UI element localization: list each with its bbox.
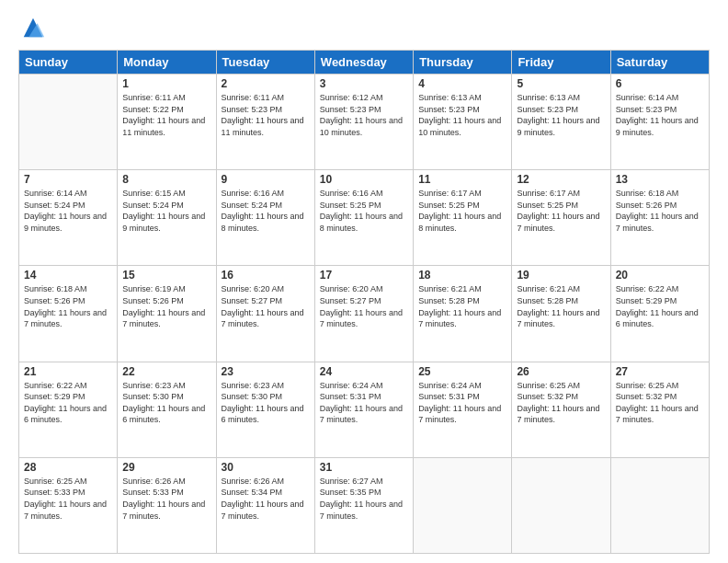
calendar-cell: 29 Sunrise: 6:26 AM Sunset: 5:33 PM Dayl…	[118, 457, 216, 553]
day-info: Sunrise: 6:16 AM Sunset: 5:25 PM Dayligh…	[320, 188, 408, 234]
day-info: Sunrise: 6:19 AM Sunset: 5:26 PM Dayligh…	[122, 283, 210, 329]
calendar-cell: 24 Sunrise: 6:24 AM Sunset: 5:31 PM Dayl…	[314, 362, 413, 457]
day-number: 3	[320, 77, 408, 90]
day-info: Sunrise: 6:24 AM Sunset: 5:31 PM Dayligh…	[320, 380, 408, 426]
day-info: Sunrise: 6:13 AM Sunset: 5:23 PM Dayligh…	[418, 92, 506, 138]
day-number: 24	[320, 365, 408, 378]
week-row-4: 28 Sunrise: 6:25 AM Sunset: 5:33 PM Dayl…	[19, 457, 710, 553]
calendar-cell: 17 Sunrise: 6:20 AM Sunset: 5:27 PM Dayl…	[314, 266, 413, 362]
day-info: Sunrise: 6:14 AM Sunset: 5:23 PM Dayligh…	[616, 92, 704, 138]
day-number: 17	[320, 269, 408, 282]
day-info: Sunrise: 6:25 AM Sunset: 5:32 PM Dayligh…	[616, 380, 704, 426]
calendar-cell	[414, 457, 512, 553]
calendar-cell: 19 Sunrise: 6:21 AM Sunset: 5:28 PM Dayl…	[512, 266, 610, 362]
day-number: 12	[517, 173, 605, 186]
calendar-cell: 10 Sunrise: 6:16 AM Sunset: 5:25 PM Dayl…	[314, 170, 413, 266]
logo-icon	[20, 15, 46, 40]
day-info: Sunrise: 6:23 AM Sunset: 5:30 PM Dayligh…	[222, 380, 310, 426]
day-header-monday: Monday	[118, 51, 216, 75]
day-info: Sunrise: 6:17 AM Sunset: 5:25 PM Dayligh…	[418, 188, 506, 234]
day-info: Sunrise: 6:22 AM Sunset: 5:29 PM Dayligh…	[24, 380, 112, 426]
calendar-cell: 21 Sunrise: 6:22 AM Sunset: 5:29 PM Dayl…	[19, 362, 118, 457]
calendar-cell: 23 Sunrise: 6:23 AM Sunset: 5:30 PM Dayl…	[216, 362, 314, 457]
day-number: 10	[320, 173, 408, 186]
calendar-cell: 27 Sunrise: 6:25 AM Sunset: 5:32 PM Dayl…	[610, 362, 709, 457]
calendar-cell: 6 Sunrise: 6:14 AM Sunset: 5:23 PM Dayli…	[610, 75, 709, 170]
day-number: 23	[222, 365, 310, 378]
calendar-cell: 2 Sunrise: 6:11 AM Sunset: 5:23 PM Dayli…	[216, 75, 314, 170]
day-number: 4	[418, 77, 506, 90]
page: SundayMondayTuesdayWednesdayThursdayFrid…	[0, 0, 728, 563]
day-number: 27	[616, 365, 704, 378]
day-info: Sunrise: 6:25 AM Sunset: 5:33 PM Dayligh…	[24, 476, 112, 522]
day-info: Sunrise: 6:18 AM Sunset: 5:26 PM Dayligh…	[616, 188, 704, 234]
day-info: Sunrise: 6:20 AM Sunset: 5:27 PM Dayligh…	[320, 283, 408, 329]
day-header-thursday: Thursday	[414, 51, 512, 75]
day-info: Sunrise: 6:21 AM Sunset: 5:28 PM Dayligh…	[418, 283, 506, 329]
day-number: 30	[222, 461, 310, 474]
day-number: 5	[517, 77, 605, 90]
week-row-1: 7 Sunrise: 6:14 AM Sunset: 5:24 PM Dayli…	[19, 170, 710, 266]
calendar-cell: 12 Sunrise: 6:17 AM Sunset: 5:25 PM Dayl…	[512, 170, 610, 266]
calendar-cell: 7 Sunrise: 6:14 AM Sunset: 5:24 PM Dayli…	[19, 170, 118, 266]
calendar-cell: 1 Sunrise: 6:11 AM Sunset: 5:22 PM Dayli…	[118, 75, 216, 170]
day-info: Sunrise: 6:26 AM Sunset: 5:33 PM Dayligh…	[122, 476, 210, 522]
day-info: Sunrise: 6:14 AM Sunset: 5:24 PM Dayligh…	[24, 188, 112, 234]
calendar-cell: 14 Sunrise: 6:18 AM Sunset: 5:26 PM Dayl…	[19, 266, 118, 362]
week-row-0: 1 Sunrise: 6:11 AM Sunset: 5:22 PM Dayli…	[19, 75, 710, 170]
day-number: 9	[222, 173, 310, 186]
day-header-wednesday: Wednesday	[314, 51, 413, 75]
day-number: 28	[24, 461, 112, 474]
day-info: Sunrise: 6:27 AM Sunset: 5:35 PM Dayligh…	[320, 476, 408, 522]
calendar-cell: 4 Sunrise: 6:13 AM Sunset: 5:23 PM Dayli…	[414, 75, 512, 170]
day-info: Sunrise: 6:16 AM Sunset: 5:24 PM Dayligh…	[222, 188, 310, 234]
calendar-body: 1 Sunrise: 6:11 AM Sunset: 5:22 PM Dayli…	[19, 75, 710, 554]
logo	[18, 15, 46, 40]
calendar-cell: 13 Sunrise: 6:18 AM Sunset: 5:26 PM Dayl…	[610, 170, 709, 266]
day-info: Sunrise: 6:21 AM Sunset: 5:28 PM Dayligh…	[517, 283, 605, 329]
day-number: 22	[122, 365, 210, 378]
day-info: Sunrise: 6:13 AM Sunset: 5:23 PM Dayligh…	[517, 92, 605, 138]
day-number: 26	[517, 365, 605, 378]
day-info: Sunrise: 6:11 AM Sunset: 5:23 PM Dayligh…	[222, 92, 310, 138]
day-header-friday: Friday	[512, 51, 610, 75]
calendar-header: SundayMondayTuesdayWednesdayThursdayFrid…	[19, 51, 710, 75]
day-number: 11	[418, 173, 506, 186]
day-number: 6	[616, 77, 704, 90]
day-number: 16	[222, 269, 310, 282]
calendar-cell	[19, 75, 118, 170]
calendar-table: SundayMondayTuesdayWednesdayThursdayFrid…	[18, 50, 710, 554]
day-info: Sunrise: 6:25 AM Sunset: 5:32 PM Dayligh…	[517, 380, 605, 426]
day-header-sunday: Sunday	[19, 51, 118, 75]
day-header-tuesday: Tuesday	[216, 51, 314, 75]
day-header-saturday: Saturday	[610, 51, 709, 75]
day-number: 14	[24, 269, 112, 282]
day-number: 19	[517, 269, 605, 282]
calendar-cell: 5 Sunrise: 6:13 AM Sunset: 5:23 PM Dayli…	[512, 75, 610, 170]
day-number: 7	[24, 173, 112, 186]
calendar-cell	[512, 457, 610, 553]
day-number: 20	[616, 269, 704, 282]
week-row-3: 21 Sunrise: 6:22 AM Sunset: 5:29 PM Dayl…	[19, 362, 710, 457]
calendar-cell: 15 Sunrise: 6:19 AM Sunset: 5:26 PM Dayl…	[118, 266, 216, 362]
calendar-cell: 26 Sunrise: 6:25 AM Sunset: 5:32 PM Dayl…	[512, 362, 610, 457]
calendar-cell: 22 Sunrise: 6:23 AM Sunset: 5:30 PM Dayl…	[118, 362, 216, 457]
calendar-cell: 20 Sunrise: 6:22 AM Sunset: 5:29 PM Dayl…	[610, 266, 709, 362]
day-number: 2	[222, 77, 310, 90]
calendar-cell	[610, 457, 709, 553]
calendar-cell: 31 Sunrise: 6:27 AM Sunset: 5:35 PM Dayl…	[314, 457, 413, 553]
day-number: 29	[122, 461, 210, 474]
day-info: Sunrise: 6:26 AM Sunset: 5:34 PM Dayligh…	[222, 476, 310, 522]
day-number: 31	[320, 461, 408, 474]
header	[18, 15, 710, 40]
header-row: SundayMondayTuesdayWednesdayThursdayFrid…	[19, 51, 710, 75]
calendar-cell: 28 Sunrise: 6:25 AM Sunset: 5:33 PM Dayl…	[19, 457, 118, 553]
day-number: 13	[616, 173, 704, 186]
calendar-cell: 8 Sunrise: 6:15 AM Sunset: 5:24 PM Dayli…	[118, 170, 216, 266]
day-info: Sunrise: 6:18 AM Sunset: 5:26 PM Dayligh…	[24, 283, 112, 329]
day-info: Sunrise: 6:15 AM Sunset: 5:24 PM Dayligh…	[122, 188, 210, 234]
day-number: 18	[418, 269, 506, 282]
day-number: 8	[122, 173, 210, 186]
day-info: Sunrise: 6:11 AM Sunset: 5:22 PM Dayligh…	[122, 92, 210, 138]
day-number: 21	[24, 365, 112, 378]
